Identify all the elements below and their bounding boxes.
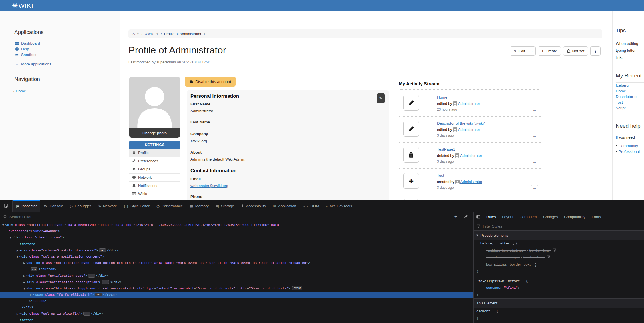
change-photo-button[interactable]: Change photo <box>129 128 180 138</box>
activity-more-button[interactable]: ... <box>531 159 538 164</box>
activity-user-link[interactable]: Administrator <box>458 101 480 106</box>
devtools-tab-accessibility[interactable]: ✚Accessibility <box>238 200 270 212</box>
settings-item-wikis[interactable]: Wikis <box>129 190 180 198</box>
expand-arrow-icon[interactable]: ▼ <box>9 235 13 241</box>
chevron-down-icon[interactable]: ▾ <box>204 33 205 35</box>
settings-item-profile[interactable]: Profile <box>129 149 180 157</box>
markup-line[interactable]: </button> <box>0 298 473 304</box>
markup-line-selected[interactable]: ▶<span class="fa fa-ellipsis-h">•••</spa… <box>0 292 473 298</box>
activity-user-link[interactable]: Administrator <box>458 127 480 132</box>
rules-tab-changes[interactable]: Changes <box>540 212 561 222</box>
settings-item-network[interactable]: Network <box>129 174 180 182</box>
css-property[interactable]: content: "\f141"; <box>474 284 644 292</box>
inline-expander-icon[interactable]: ••• <box>95 293 102 296</box>
rules-tab-rules[interactable]: Rules <box>483 212 499 222</box>
markup-line[interactable]: •••</button> <box>0 266 473 272</box>
expand-arrow-icon[interactable]: ▼ <box>1 222 5 228</box>
collapse-arrow-icon[interactable]: ▶ <box>22 260 26 266</box>
markup-line[interactable]: </div> <box>0 304 473 310</box>
recent-link[interactable]: Descriptor o <box>616 95 637 99</box>
collapse-sidebar-icon[interactable] <box>474 212 483 222</box>
markup-line[interactable]: ▼<div class="col-xs-9 notification-conte… <box>0 254 473 260</box>
devtools-tab-axe-devtools[interactable]: ▵axe DevTools <box>323 200 356 212</box>
help-link[interactable]: •Professional <box>616 149 640 154</box>
inline-expander-icon[interactable]: ••• <box>99 248 106 252</box>
collapse-arrow-icon[interactable]: ▶ <box>15 248 19 254</box>
markup-line[interactable]: ▼<div class="notification-event" data-ev… <box>0 222 473 228</box>
css-selector[interactable]: ::before, ::after{ <box>474 240 644 247</box>
selector-highlighter-icon[interactable] <box>492 310 494 312</box>
chevron-down-icon[interactable]: ▾ <box>156 33 158 35</box>
disable-account-button[interactable]: Disable this account <box>185 77 236 87</box>
inline-expander-icon[interactable]: ••• <box>102 280 109 284</box>
add-node-icon[interactable]: + <box>452 214 459 219</box>
devtools-tab-memory[interactable]: ▦Memory <box>186 200 212 212</box>
help-link[interactable]: •Community <box>616 144 638 148</box>
expand-arrow-icon[interactable]: ▼ <box>15 254 19 260</box>
rules-tab-compatibility[interactable]: Compatibility <box>561 212 588 222</box>
markup-line[interactable]: ▶<div class="col-xs-12 clearfix">•••</di… <box>0 311 473 317</box>
search-html-bar[interactable]: Search HTML + <box>0 212 473 222</box>
markup-line[interactable]: ▶<div class="notification-description">•… <box>0 279 473 285</box>
event-badge[interactable]: event <box>292 286 302 290</box>
create-button[interactable]: + Create <box>538 46 561 56</box>
activity-page-link[interactable]: Test <box>437 173 444 178</box>
home-icon[interactable]: ⌂ <box>132 31 135 36</box>
sidebar-item-help[interactable]: ?Help <box>15 47 29 51</box>
inline-expander-icon[interactable]: ••• <box>88 274 95 278</box>
markup-line[interactable]: ▶<button class="notification-event-read-… <box>0 260 473 266</box>
markup-line[interactable]: ▶<div class="col-xs-3 notification-icon"… <box>0 247 473 254</box>
edit-button[interactable]: ✎ Edit <box>510 46 529 56</box>
markup-line[interactable]: ▼<button class="btn btn-xs toggle-notifi… <box>0 285 473 292</box>
settings-item-notifications[interactable]: Notifications <box>129 182 180 190</box>
filter-icon[interactable] <box>547 255 550 258</box>
email-link[interactable]: webmaster@xwiki.org <box>190 184 228 188</box>
activity-more-button[interactable]: ... <box>531 107 538 112</box>
collapse-arrow-icon[interactable]: ▶ <box>15 311 19 317</box>
collapse-arrow-icon[interactable]: ▶ <box>22 273 26 279</box>
recent-link[interactable]: Home <box>616 89 626 93</box>
markup-line[interactable]: ▶<div class="notification-page">•••</div… <box>0 273 473 279</box>
xwiki-logo[interactable]: ✳ WIKI <box>12 2 33 10</box>
settings-item-preferences[interactable]: Preferences <box>129 157 180 166</box>
settings-item-groups[interactable]: Groups <box>129 165 180 174</box>
selector-highlighter-icon[interactable] <box>512 242 514 245</box>
chevron-down-icon[interactable]: ▾ <box>137 33 139 35</box>
selector-highlighter-icon[interactable] <box>522 280 524 282</box>
devtools-tab-style-editor[interactable]: { }Style Editor <box>120 200 153 212</box>
css-property[interactable]: -webkit-box-sizing: ➤border-box; <box>474 247 644 254</box>
markup-line[interactable]: ::before <box>0 241 473 247</box>
rules-section-header[interactable]: This Element <box>474 298 644 308</box>
markup-line[interactable]: ::after <box>0 317 473 323</box>
activity-more-button[interactable]: ... <box>531 133 538 138</box>
settings-item-my-dashboard[interactable]: My dashboard <box>129 198 180 200</box>
devtools-tab-dom[interactable]: <>DOM <box>300 200 323 212</box>
rules-section-header[interactable]: ▼Pseudo-elements <box>474 231 644 240</box>
collapse-arrow-icon[interactable]: ▶ <box>22 279 26 285</box>
devtools-tab-network[interactable]: ⇅Network <box>94 200 120 212</box>
activity-user-link[interactable]: Administrator <box>460 180 482 184</box>
devtools-tab-debugger[interactable]: ▷Debugger <box>67 200 94 212</box>
rules-tab-computed[interactable]: Computed <box>516 212 540 222</box>
activity-page-link[interactable]: TestPage1 <box>437 147 455 151</box>
devtools-tab-inspector[interactable]: ▣Inspector <box>13 200 40 212</box>
info-icon[interactable]: i <box>534 263 537 267</box>
markup-line[interactable]: ▼<div class="clearfix row"> <box>0 234 473 241</box>
sidebar-item-sandbox[interactable]: Sandbox <box>15 53 36 57</box>
recent-link[interactable]: Iceberg <box>616 83 629 87</box>
devtools-tab-storage[interactable]: ▤Storage <box>212 200 238 212</box>
expand-arrow-icon[interactable]: ▼ <box>22 286 26 292</box>
collapse-arrow-icon[interactable]: ▶ <box>29 292 33 298</box>
eyedropper-icon[interactable] <box>462 215 470 219</box>
css-property[interactable]: box-sizing: border-box;i <box>474 261 644 268</box>
rules-tab-fonts[interactable]: Fonts <box>589 212 604 222</box>
filter-styles-input[interactable]: Filter Styles <box>474 222 644 231</box>
activity-user-link[interactable]: Administrator <box>460 153 482 158</box>
activity-page-link[interactable]: Home <box>437 95 447 99</box>
recent-link[interactable]: Test <box>616 100 623 105</box>
markup-line[interactable]: eventdate="1760515484000"> <box>0 228 473 234</box>
notification-watch-button[interactable]: Not set <box>563 46 588 56</box>
activity-more-button[interactable]: ... <box>531 185 538 190</box>
devtools-tab-application[interactable]: ⊞Application <box>269 200 300 212</box>
breadcrumb-wiki-link[interactable]: XWiki <box>145 32 154 36</box>
